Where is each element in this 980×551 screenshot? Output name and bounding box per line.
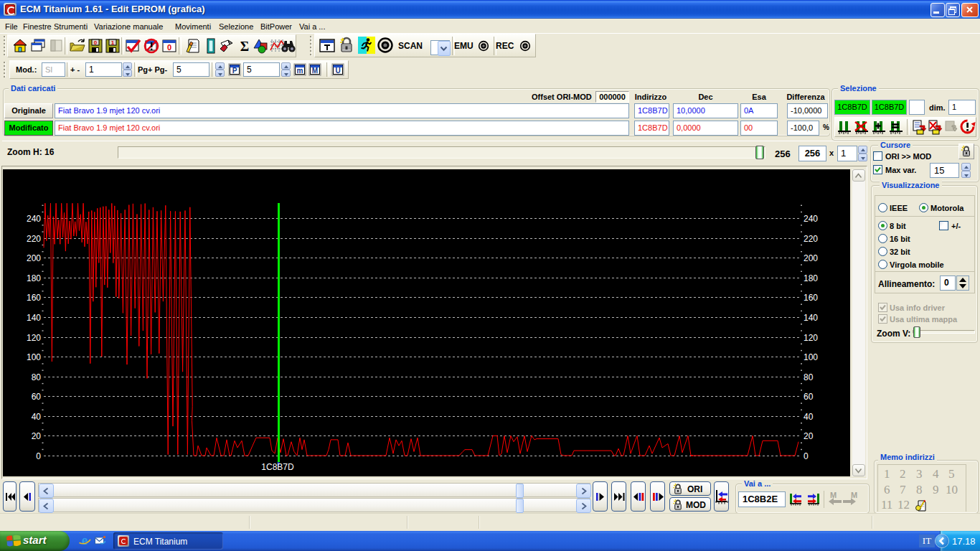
svg-text:M: M: [312, 67, 318, 75]
svg-text:0: 0: [167, 43, 171, 52]
svg-text:1: 1: [111, 39, 115, 46]
svg-text:Σ: Σ: [240, 39, 249, 54]
svg-text:P: P: [232, 67, 237, 75]
svg-text:m: m: [297, 67, 303, 75]
svg-text:e: e: [82, 532, 88, 547]
svg-text:U: U: [335, 67, 340, 75]
svg-text:0: 0: [94, 39, 98, 46]
